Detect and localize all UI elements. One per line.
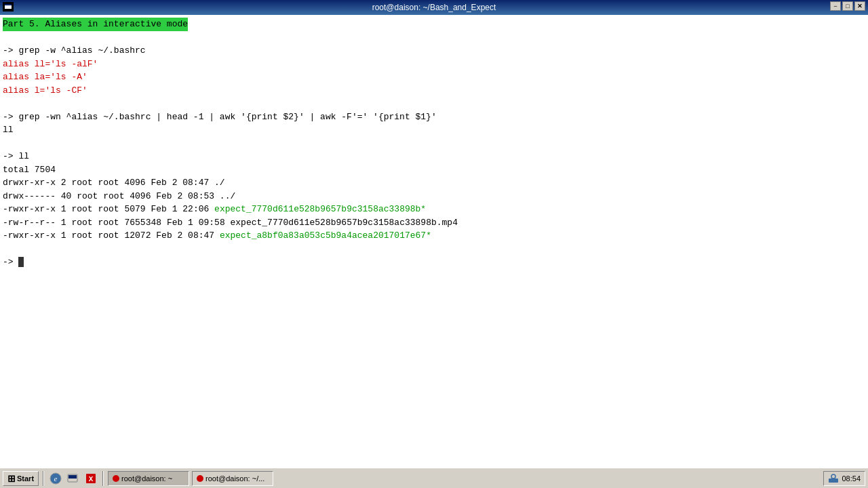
file2-name: expect_7770d611e528b9657b9c3158ac33898b.… <box>231 218 458 228</box>
terminal-dot-2 <box>197 475 203 482</box>
final-prompt-line: -> <box>3 256 865 269</box>
taskbar-btn-1[interactable]: root@daison: ~ <box>108 471 189 486</box>
result-ll: ll <box>3 123 865 137</box>
taskbar-icon-1[interactable]: e <box>48 471 63 486</box>
close-button[interactable]: ✕ <box>854 1 865 11</box>
terminal-dot-1 <box>113 475 119 482</box>
system-tray: 08:54 <box>823 471 865 486</box>
file1-size: 5079 <box>124 204 145 214</box>
file2-date: Feb 1 09:58 <box>167 218 231 228</box>
taskbar-btn-1-label: root@daison: ~ <box>121 474 172 483</box>
svg-text:X: X <box>89 475 94 483</box>
start-label: Start <box>17 474 34 483</box>
svg-rect-6 <box>68 475 77 479</box>
header-line: Part 5. Aliases in interactive mode <box>3 18 865 31</box>
file1-name: expect_7770d611e528b9657b9c3158ac33898b* <box>214 204 426 214</box>
svg-point-10 <box>831 474 835 479</box>
taskbar-separator <box>43 471 44 486</box>
alias-line-1: alias ll='ls -alF' <box>3 58 865 71</box>
ll-display: ll <box>18 151 29 161</box>
dir-line-2: drwx------ 40 root root 4096 Feb 2 08:53… <box>3 190 865 203</box>
window-title: root@daison: ~/Bash_and_Expect <box>372 3 496 12</box>
svg-rect-9 <box>829 479 838 483</box>
file-line-1: -rwxr-xr-x 1 root root 5079 Feb 1 22:06 … <box>3 203 865 216</box>
taskbar-icon-3[interactable]: X <box>83 471 98 486</box>
file1-perm: -rwxr-xr-x 1 root root <box>3 204 119 214</box>
prompt1: -> <box>3 45 18 56</box>
file3-date: Feb 2 08:47 <box>156 230 220 241</box>
grep-wn-display: grep -wn ^alias ~/.bashrc | head -1 | aw… <box>18 112 436 122</box>
cmd-grep-wn: -> grep -wn ^alias ~/.bashrc | head -1 |… <box>3 110 865 124</box>
clock: 08:54 <box>842 474 861 483</box>
minimize-button[interactable]: − <box>830 1 841 11</box>
alias-line-2: alias la='ls -A' <box>3 70 865 84</box>
prompt3: -> <box>3 151 18 161</box>
total-line: total 7504 <box>3 163 865 177</box>
taskbar-btn-2-label: root@daison: ~/... <box>205 474 264 483</box>
cmd-ll: -> ll <box>3 150 865 163</box>
network-icon <box>828 473 839 484</box>
file2-perm: -rw-r--r-- 1 root root <box>3 218 119 228</box>
start-button[interactable]: ⊞ Start <box>3 471 39 486</box>
file-line-3: -rwxr-xr-x 1 root root 12072 Feb 2 08:47… <box>3 229 865 243</box>
dir-line-1: drwxr-xr-x 2 root root 4096 Feb 2 08:47 … <box>3 176 865 190</box>
maximize-button[interactable]: □ <box>842 1 853 11</box>
file3-perm: -rwxr-xr-x 1 root root <box>3 230 119 241</box>
file3-size: 12072 <box>124 230 151 241</box>
taskbar-icon-2[interactable] <box>66 471 81 486</box>
title-bar: root@daison: ~/Bash_and_Expect − □ ✕ <box>0 0 868 15</box>
cmd-grep: -> -> grep -w ^alias ~/.bashrcgrep -w ^a… <box>3 44 865 58</box>
prompt2: -> <box>3 112 18 122</box>
taskbar-btn-2[interactable]: root@daison: ~/... <box>192 471 273 486</box>
file-line-2: -rw-r--r-- 1 root root 7655348 Feb 1 09:… <box>3 216 865 230</box>
file1-date: Feb 1 22:06 <box>151 204 214 214</box>
start-icon: ⊞ <box>7 473 16 484</box>
alias-line-3: alias l='ls -CF' <box>3 84 865 98</box>
window-controls: − □ ✕ <box>830 1 865 11</box>
terminal-window: Part 5. Aliases in interactive mode -> -… <box>0 15 868 468</box>
grep-display: grep -w ^alias ~/.bashrc <box>18 45 145 56</box>
taskbar: ⊞ Start e X root@daison: ~ root@daison: … <box>0 468 868 488</box>
window-icon <box>3 2 14 12</box>
file2-size: 7655348 <box>124 218 161 228</box>
cursor-block <box>18 257 24 267</box>
svg-rect-2 <box>5 4 12 5</box>
header-text: Part 5. Aliases in interactive mode <box>3 18 188 31</box>
file3-name: expect_a8bf0a83a053c5b9a4acea2017017e67* <box>220 230 431 241</box>
final-prompt: -> <box>3 257 14 267</box>
svg-text:e: e <box>54 474 58 483</box>
taskbar-separator-2 <box>102 471 104 486</box>
terminal-content: Part 5. Aliases in interactive mode -> -… <box>0 15 868 468</box>
